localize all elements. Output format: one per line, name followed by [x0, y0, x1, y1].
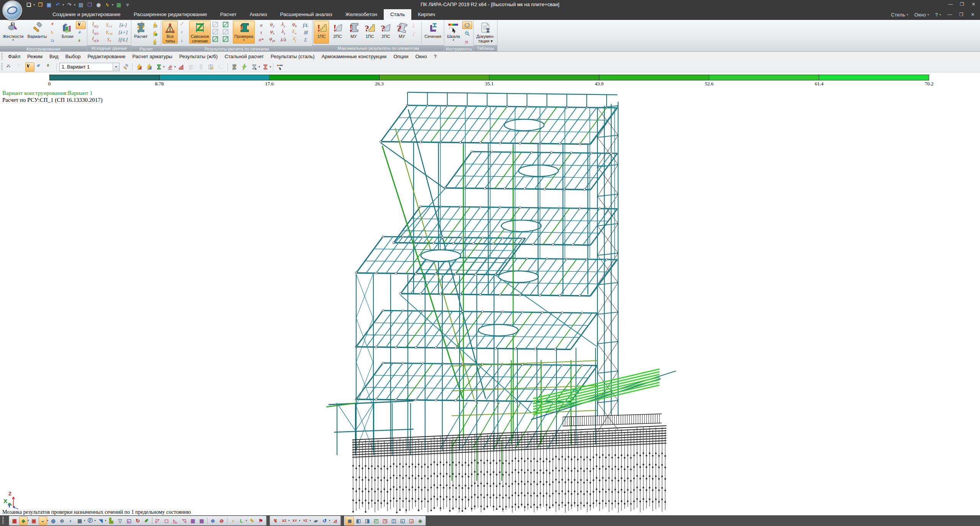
- filter-button[interactable]: ▽: [116, 516, 124, 525]
- ef-select-button[interactable]: Ⓕ: [86, 516, 95, 525]
- scale-cursor-button[interactable]: ...: [275, 62, 285, 72]
- view-right-button[interactable]: ◳: [381, 516, 389, 525]
- menu-options[interactable]: Опции: [390, 51, 412, 62]
- calc-table-button[interactable]: [150, 21, 160, 29]
- rotate-red-button[interactable]: ↻: [134, 516, 142, 525]
- view-front-button[interactable]: ◧: [354, 516, 363, 525]
- variants-tool-button[interactable]: [121, 62, 130, 72]
- coord-axes-button[interactable]: ↯: [271, 516, 280, 525]
- variant-select[interactable]: 1. Вариант 1▾: [59, 63, 119, 71]
- show-frame-4-button[interactable]: ◹: [180, 516, 188, 525]
- view-dimetric-button[interactable]: ◲: [407, 516, 416, 525]
- view-back-button[interactable]: ◨: [363, 516, 371, 525]
- paint-brush-button[interactable]: ✐: [142, 516, 151, 525]
- formula-button-11[interactable]: φyz: [267, 35, 278, 44]
- variants-button[interactable]: Варианты: [26, 21, 48, 44]
- redo-icon[interactable]: ↷: [66, 1, 73, 8]
- rod-result-button[interactable]: [178, 21, 188, 29]
- adjust-selection-button2[interactable]: [45, 62, 54, 72]
- archive-icon[interactable]: ▤: [77, 1, 84, 8]
- show-grid-2-button[interactable]: ▩: [198, 516, 206, 525]
- wire-diamond-button[interactable]: ◈: [416, 516, 424, 525]
- tab-reinforced-concrete[interactable]: Железобетон: [339, 9, 384, 20]
- calc-sum-button[interactable]: Σ: [150, 38, 160, 46]
- calc-selected-button[interactable]: [150, 29, 160, 38]
- max-2ls-button[interactable]: !2ПС: [330, 21, 345, 44]
- tab-steel[interactable]: Сталь: [384, 9, 411, 20]
- temp-1ls-button[interactable]: [410, 21, 420, 29]
- flashlight-button[interactable]: ◑: [229, 516, 237, 525]
- menu-results-steel[interactable]: Результаты (сталь): [267, 51, 318, 62]
- scale-button[interactable]: ...Шкала▾: [445, 21, 461, 44]
- book-clock-button[interactable]: [206, 62, 216, 72]
- project-vertical-button[interactable]: ◍: [49, 516, 57, 525]
- menu-mode[interactable]: Режим: [24, 51, 46, 62]
- minimize-button[interactable]: —: [945, 0, 956, 8]
- eraser-button[interactable]: [165, 62, 175, 72]
- brace-f-button[interactable]: [222, 36, 232, 44]
- mdi-minimize-button[interactable]: —: [945, 12, 955, 17]
- through-section-button[interactable]: Сквозное сечение: [189, 21, 211, 44]
- mosaic-results-button[interactable]: ▙: [107, 516, 116, 525]
- menu-grip[interactable]: [1, 53, 3, 60]
- perspective-button[interactable]: ▰: [312, 516, 320, 525]
- hatch-selection-button2[interactable]: [35, 62, 44, 72]
- view-xy-button[interactable]: XY: [291, 516, 299, 525]
- chart-3d-icon[interactable]: ▥: [115, 1, 122, 8]
- q-mu-button[interactable]: ?МУ: [394, 21, 409, 44]
- max-1ls-button[interactable]: !1ПС: [314, 21, 329, 44]
- blocks-button[interactable]: Блоки: [60, 21, 75, 44]
- formula-button-4[interactable]: f/L: [300, 21, 311, 29]
- formula-button-5[interactable]: τ: [255, 29, 267, 36]
- fragment-flag-button[interactable]: ▦: [10, 516, 19, 525]
- menu-select[interactable]: Выбор: [62, 51, 84, 62]
- save-icon[interactable]: ▣: [46, 1, 52, 8]
- calculate-button[interactable]: Расчет: [133, 21, 149, 44]
- add-selection-button[interactable]: [76, 21, 86, 29]
- anchor-result-button[interactable]: [178, 38, 188, 46]
- quick-calc-icon[interactable]: ϟ: [104, 1, 111, 8]
- window-menu[interactable]: Окно▾: [912, 12, 931, 18]
- channel-result-button[interactable]: [178, 29, 188, 38]
- temp-2ls-button[interactable]: ?: [410, 29, 420, 38]
- undo-icon[interactable]: ↶: [54, 1, 61, 8]
- tab-create-edit[interactable]: Создание и редактирование: [46, 9, 127, 20]
- new-document-icon[interactable]: ❏: [25, 1, 32, 8]
- rotate-view-button[interactable]: ↺: [321, 516, 329, 525]
- add-selection-button2[interactable]: [25, 62, 34, 72]
- dimension-button[interactable]: L: [237, 516, 246, 525]
- model-viewport[interactable]: 08.7817.626.335.143.952.661.470.2 Вариан…: [0, 72, 980, 516]
- book-view-icon[interactable]: ❒: [86, 1, 93, 8]
- menu-results-rc[interactable]: Результаты (ж/б): [176, 51, 221, 62]
- documentation-button[interactable]: Докумен- тация ▾: [475, 21, 496, 44]
- hinge-button[interactable]: [49, 29, 59, 38]
- open-icon[interactable]: ❐: [37, 1, 44, 8]
- formula-button-5[interactable]: [λ+]: [116, 29, 130, 36]
- menu-view[interactable]: Вид: [46, 51, 62, 62]
- menu-window[interactable]: Окно: [412, 51, 430, 62]
- brace-e-button[interactable]: [211, 36, 222, 44]
- formula-button-2[interactable]: [λ-]: [116, 21, 130, 29]
- steel-calc-button[interactable]: [230, 62, 239, 72]
- steel-check-button[interactable]: [240, 62, 249, 72]
- formula-button-8[interactable]: [f/L]: [116, 36, 130, 43]
- rotate-box-button[interactable]: ◱: [125, 516, 133, 525]
- formula-button-14[interactable]: Σ: [300, 36, 311, 43]
- restore-button[interactable]: ❐: [956, 0, 968, 8]
- menu-rebar-calc[interactable]: Расчет арматуры: [129, 51, 176, 62]
- copy-doc-button[interactable]: [216, 62, 226, 72]
- grid-step-button[interactable]: ▦: [75, 516, 84, 525]
- column-gray-button[interactable]: [196, 62, 206, 72]
- section-box-button[interactable]: H: [49, 38, 59, 46]
- zoom-in-button[interactable]: ⊕: [209, 516, 217, 525]
- formula-button-10[interactable]: σ*: [255, 36, 267, 43]
- close-button[interactable]: ✕: [968, 0, 979, 8]
- menu-help[interactable]: ?: [430, 51, 440, 62]
- chart-red-button[interactable]: [177, 62, 186, 72]
- bars-gray-button[interactable]: [187, 62, 196, 72]
- tab-analysis[interactable]: Анализ: [243, 9, 274, 20]
- stiffness-button[interactable]: EIЖесткости▾: [1, 21, 25, 44]
- isometry-button[interactable]: ⊿: [331, 516, 339, 525]
- variant-select-arrow-icon[interactable]: ▾: [113, 64, 119, 70]
- refresh-view-button[interactable]: [462, 21, 472, 29]
